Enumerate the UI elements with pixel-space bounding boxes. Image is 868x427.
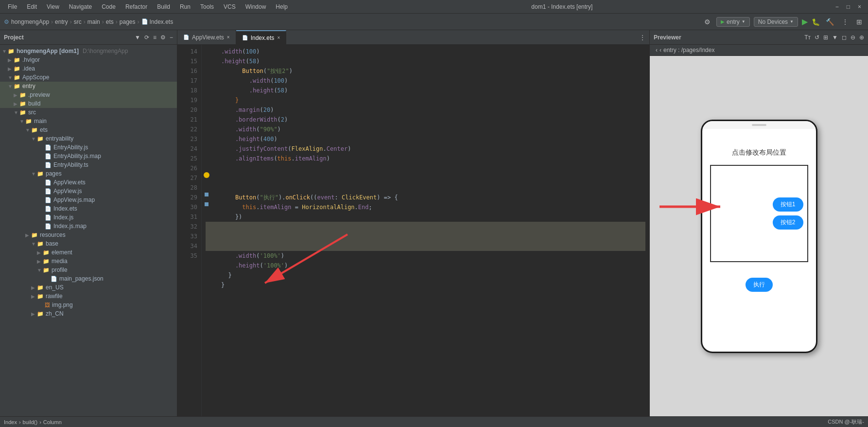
sidebar-dropdown-icon[interactable]: ▼: [135, 34, 140, 41]
breadcrumb-ets[interactable]: ets: [106, 18, 114, 25]
tree-item-build[interactable]: ▶ 📁 build: [0, 99, 177, 108]
debug-button[interactable]: 🐛: [812, 18, 820, 26]
menu-view[interactable]: View: [43, 2, 63, 11]
tree-item-main[interactable]: ▼ 📁 main: [0, 117, 177, 125]
phone-btn2[interactable]: 按钮2: [773, 215, 803, 230]
tab-more-button[interactable]: ⋮: [636, 34, 649, 41]
bottom-breadcrumb-column[interactable]: Column: [43, 419, 62, 425]
tree-item-appscope[interactable]: ▼ 📁 AppScope: [0, 73, 177, 82]
tree-item-pages[interactable]: ▼ 📁 pages: [0, 169, 177, 178]
phone-btn1[interactable]: 按钮1: [773, 197, 803, 212]
tree-item-element[interactable]: ▶ 📁 element: [0, 248, 177, 257]
menu-code[interactable]: Code: [98, 2, 120, 11]
preview-zoom-out-icon[interactable]: ⊖: [851, 34, 855, 41]
file-icon: 📄: [45, 214, 52, 221]
tree-item-index-js-map[interactable]: 📄 Index.js.map: [0, 222, 177, 231]
tree-item-en-us[interactable]: ▶ 📁 en_US: [0, 283, 177, 292]
menu-tools[interactable]: Tools: [196, 2, 218, 11]
breadcrumb-src[interactable]: src: [74, 18, 82, 25]
preview-layout-icon[interactable]: ⊞: [823, 34, 828, 41]
tree-item-ets[interactable]: ▼ 📁 ets: [0, 125, 177, 134]
maximize-button[interactable]: □: [844, 3, 853, 10]
tree-label: Index.ets: [53, 205, 77, 212]
tree-item-base[interactable]: ▼ 📁 base: [0, 239, 177, 248]
tree-item-appview-js[interactable]: 📄 AppView.js: [0, 187, 177, 196]
close-button[interactable]: ×: [855, 3, 864, 10]
sidebar-minus-icon[interactable]: −: [170, 34, 173, 41]
menu-build[interactable]: Build: [153, 2, 174, 11]
tree-item-entryability-js-map[interactable]: 📄 EntryAbility.js.map: [0, 152, 177, 160]
preview-font-icon[interactable]: Tт: [804, 34, 811, 41]
previewer-header: Previewer Tт ↺ ⊞ ▼ ◻ ⊖ ⊕: [650, 30, 868, 45]
breadcrumb-root[interactable]: ⚙: [4, 18, 9, 25]
preview-resize-icon[interactable]: ◻: [842, 34, 847, 41]
menu-help[interactable]: Help: [272, 2, 292, 11]
code-line-27: Button("执行").onClick((event: ClickEvent)…: [206, 193, 645, 202]
menu-file[interactable]: File: [4, 2, 21, 11]
more-icon[interactable]: ⋮: [840, 17, 851, 27]
tree-item-zh-cn[interactable]: ▶ 📁 zh_CN: [0, 309, 177, 318]
tree-item-profile[interactable]: ▼ 📁 profile: [0, 266, 177, 274]
settings-icon[interactable]: ⚙: [702, 17, 712, 27]
sidebar-sync-icon[interactable]: ⟳: [144, 34, 149, 41]
toolbar: ⚙ hongmengApp › entry › src › main › ets…: [0, 14, 868, 30]
tree-item-entryability-ts[interactable]: 📄 EntryAbility.ts: [0, 160, 177, 169]
tab-label: Index.ets: [251, 35, 275, 41]
tree-item-appview-ets[interactable]: 📄 AppView.ets: [0, 178, 177, 187]
menu-refactor[interactable]: Refactor: [122, 2, 151, 11]
previewer-nav-next[interactable]: ‹: [660, 47, 661, 53]
editor-container[interactable]: ⚠ 1 ∧ ∨ 14 15 16 17 18 19 20 21 22 23 24…: [177, 45, 649, 416]
tree-arrow: ▶: [8, 57, 14, 63]
tree-item-entry[interactable]: ▼ 📁 entry: [0, 82, 177, 90]
tree-item-rawfile[interactable]: ▶ 📁 rawfile: [0, 292, 177, 301]
menu-edit[interactable]: Edit: [23, 2, 41, 11]
breadcrumb-file[interactable]: 📄 Index.ets: [141, 18, 174, 25]
menu-run[interactable]: Run: [176, 2, 194, 11]
bottom-breadcrumb-build[interactable]: build(): [23, 419, 38, 425]
build-icon[interactable]: 🔨: [824, 17, 836, 27]
breadcrumb-main[interactable]: main: [87, 18, 100, 25]
minimize-button[interactable]: −: [833, 3, 842, 10]
bottom-breadcrumb-index[interactable]: Index: [4, 419, 17, 425]
breadcrumb-pages[interactable]: pages: [120, 18, 136, 25]
previewer-nav-prev[interactable]: ‹: [656, 47, 658, 53]
tree-item-idea[interactable]: ▶ 📁 .idea: [0, 64, 177, 73]
tree-item-img-png[interactable]: 🖼 img.png: [0, 301, 177, 309]
sidebar-settings-icon[interactable]: ⚙: [160, 34, 166, 41]
tree-item-index-ets[interactable]: 📄 Index.ets: [0, 204, 177, 213]
sidebar-collapse-icon[interactable]: ≡: [153, 34, 156, 41]
file-icon: 📄: [45, 179, 52, 186]
tree-arrow: ▶: [8, 66, 14, 71]
preview-dropdown-icon[interactable]: ▼: [832, 34, 838, 41]
tree-item-index-js[interactable]: 📄 Index.js: [0, 213, 177, 222]
code-line-20: .margin(20): [206, 105, 645, 115]
tree-item-resources[interactable]: ▶ 📁 resources: [0, 231, 177, 239]
no-devices-dropdown[interactable]: No Devices ▼: [754, 17, 798, 27]
menu-vcs[interactable]: VCS: [220, 2, 240, 11]
tree-item-media[interactable]: ▶ 📁 media: [0, 257, 177, 266]
breadcrumb-entry[interactable]: entry: [55, 18, 68, 25]
tree-item-appview-js-map[interactable]: 📄 AppView.js.map: [0, 196, 177, 204]
code-editor[interactable]: .width(100) .height(58) Button("按钮2") .w…: [202, 45, 649, 416]
tree-item-entryability[interactable]: ▼ 📁 entryability: [0, 134, 177, 143]
tree-item-preview[interactable]: ▶ 📁 .preview: [0, 90, 177, 99]
tree-item-src[interactable]: ▼ 📁 src: [0, 108, 177, 117]
tree-item-entryability-js[interactable]: 📄 EntryAbility.js: [0, 143, 177, 152]
main-layout: Project ▼ ⟳ ≡ ⚙ − ▼ 📁 hongmengApp [dom1]…: [0, 30, 868, 416]
tab-appview[interactable]: 📄 AppView.ets ×: [177, 30, 236, 45]
run-button[interactable]: ▶: [802, 17, 808, 26]
tree-item-hvigor[interactable]: ▶ 📁 .hvigor: [0, 55, 177, 64]
menu-window[interactable]: Window: [242, 2, 270, 11]
menu-navigate[interactable]: Navigate: [65, 2, 96, 11]
breadcrumb-app[interactable]: hongmengApp: [11, 18, 49, 25]
tree-item-hongmengapp[interactable]: ▼ 📁 hongmengApp [dom1] D:\hongmengApp: [0, 47, 177, 55]
tree-item-main-pages-json[interactable]: 📄 main_pages.json: [0, 274, 177, 283]
phone-execute-btn[interactable]: 执行: [746, 278, 773, 292]
entry-dropdown[interactable]: ▶ entry ▼: [716, 17, 750, 27]
tab-close-appview[interactable]: ×: [227, 35, 230, 40]
preview-refresh-icon[interactable]: ↺: [815, 34, 819, 41]
preview-zoom-in-icon[interactable]: ⊕: [859, 34, 864, 41]
tab-index[interactable]: 📄 Index.ets ×: [236, 30, 287, 45]
grid-icon[interactable]: ⊞: [854, 17, 864, 27]
tab-close-index[interactable]: ×: [277, 35, 280, 40]
